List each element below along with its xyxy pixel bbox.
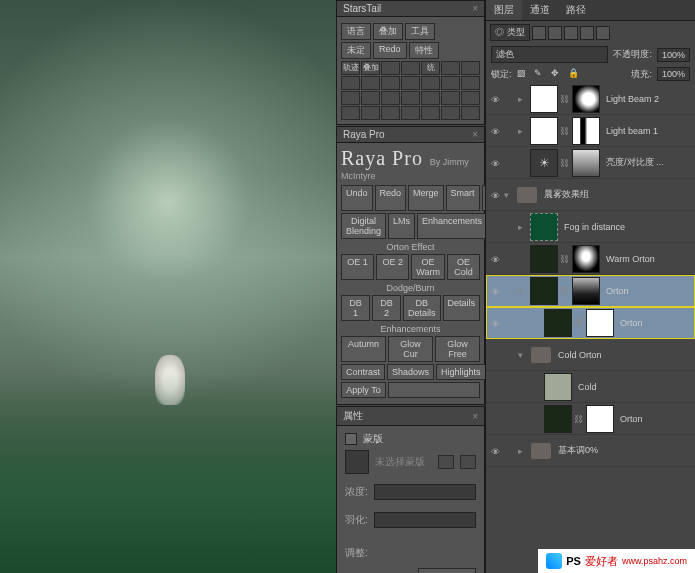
visibility-toggle[interactable] xyxy=(486,445,504,457)
layer-thumb[interactable] xyxy=(544,405,572,433)
grid-cell[interactable] xyxy=(401,91,420,105)
mask-thumb[interactable] xyxy=(572,85,600,113)
visibility-toggle[interactable] xyxy=(486,317,504,329)
grid-cell[interactable] xyxy=(361,91,380,105)
grid-cell[interactable] xyxy=(421,91,440,105)
tab[interactable]: 叠加 xyxy=(373,23,403,40)
mask-thumb[interactable] xyxy=(572,149,600,177)
grid-cell[interactable]: 统 xyxy=(421,61,440,75)
grid-cell[interactable] xyxy=(461,106,480,120)
dodge-button[interactable]: DB Details xyxy=(403,295,441,321)
layer-row[interactable]: ▾晨雾效果组 xyxy=(486,179,695,211)
raya-button[interactable]: Undo xyxy=(341,185,373,211)
enhance-button[interactable]: Autumn xyxy=(341,336,386,362)
link-icon[interactable]: ⛓ xyxy=(560,286,570,296)
layer-row[interactable]: ⛓Orton xyxy=(486,307,695,339)
layer-thumb[interactable] xyxy=(530,117,558,145)
blend-mode-select[interactable]: 滤色 xyxy=(491,46,608,63)
link-icon[interactable]: ⛓ xyxy=(574,318,584,328)
layer-thumb[interactable] xyxy=(544,373,572,401)
dodge-button[interactable]: DB 1 xyxy=(341,295,370,321)
layer-thumb[interactable] xyxy=(530,213,558,241)
tab-channels[interactable]: 通道 xyxy=(522,0,558,20)
filter-type-icon[interactable] xyxy=(564,26,578,40)
mask-thumb[interactable] xyxy=(586,309,614,337)
grid-cell[interactable] xyxy=(341,106,360,120)
layer-row[interactable]: ▸基本调0% xyxy=(486,435,695,467)
grid-cell[interactable] xyxy=(341,91,360,105)
layer-name[interactable]: Orton xyxy=(602,286,695,296)
layer-name[interactable]: Cold xyxy=(574,382,695,392)
layer-row[interactable]: ▾Cold Orton xyxy=(486,339,695,371)
disclosure-arrow[interactable]: ▸ xyxy=(518,126,528,136)
raya-mode-button[interactable]: LMs xyxy=(388,213,415,239)
layer-name[interactable]: Light Beam 2 xyxy=(602,94,695,104)
enhance-button[interactable]: Contrast xyxy=(341,364,385,380)
disclosure-arrow[interactable]: ▾ xyxy=(518,286,528,296)
tab-layers[interactable]: 图层 xyxy=(486,0,522,20)
layer-name[interactable]: Cold Orton xyxy=(554,350,695,360)
mask-thumb[interactable] xyxy=(586,405,614,433)
layer-row[interactable]: ⛓Orton xyxy=(486,403,695,435)
grid-cell[interactable] xyxy=(361,76,380,90)
opacity-value[interactable]: 100% xyxy=(657,48,690,62)
grid-cell[interactable] xyxy=(381,91,400,105)
layer-row[interactable]: ▸Fog in distance xyxy=(486,211,695,243)
layer-row[interactable]: ⛓Warm Orton xyxy=(486,243,695,275)
raya-button[interactable]: Redo xyxy=(375,185,407,211)
layer-thumb[interactable] xyxy=(530,245,558,273)
link-icon[interactable]: ⛓ xyxy=(560,94,570,104)
mask-thumb[interactable] xyxy=(572,245,600,273)
grid-cell[interactable] xyxy=(401,76,420,90)
visibility-toggle[interactable] xyxy=(486,125,504,137)
layer-name[interactable]: Fog in distance xyxy=(560,222,695,232)
enhance-button[interactable]: Glow Free xyxy=(435,336,480,362)
grid-cell[interactable]: 轨迹 xyxy=(341,61,360,75)
link-icon[interactable]: ⛓ xyxy=(560,254,570,264)
mask-thumb[interactable] xyxy=(572,277,600,305)
grid-cell[interactable] xyxy=(461,91,480,105)
link-icon[interactable]: ⛓ xyxy=(560,126,570,136)
link-icon[interactable]: ⛓ xyxy=(560,158,570,168)
visibility-toggle[interactable] xyxy=(486,93,504,105)
vector-mask-icon[interactable] xyxy=(460,455,476,469)
close-icon[interactable]: × xyxy=(472,129,478,140)
visibility-toggle[interactable] xyxy=(486,253,504,265)
fill-value[interactable]: 100% xyxy=(657,67,690,81)
lock-trans-icon[interactable]: ▨ xyxy=(517,68,529,80)
enhance-button[interactable]: Highlights xyxy=(436,364,486,380)
feather-slider[interactable] xyxy=(374,512,476,528)
filter-smart-icon[interactable] xyxy=(596,26,610,40)
lock-pos-icon[interactable]: ✥ xyxy=(551,68,563,80)
lock-all-icon[interactable]: 🔒 xyxy=(568,68,580,80)
tab[interactable]: Redo xyxy=(373,42,407,59)
layer-thumb[interactable] xyxy=(530,149,558,177)
visibility-toggle[interactable] xyxy=(486,189,504,201)
disclosure-arrow[interactable]: ▸ xyxy=(518,446,528,456)
raya-mode-button[interactable]: Digital Blending xyxy=(341,213,386,239)
grid-cell[interactable] xyxy=(361,106,380,120)
grid-cell[interactable] xyxy=(401,106,420,120)
layer-thumb[interactable] xyxy=(544,309,572,337)
layer-name[interactable]: Warm Orton xyxy=(602,254,695,264)
grid-cell[interactable] xyxy=(441,61,460,75)
disclosure-arrow[interactable]: ▾ xyxy=(504,190,514,200)
layer-name[interactable]: 晨雾效果组 xyxy=(540,188,695,201)
disclosure-arrow[interactable]: ▸ xyxy=(518,94,528,104)
apply-target[interactable] xyxy=(388,382,480,398)
layer-row[interactable]: Cold xyxy=(486,371,695,403)
grid-cell[interactable]: 叠加 xyxy=(361,61,380,75)
grid-cell[interactable] xyxy=(401,61,420,75)
link-icon[interactable]: ⛓ xyxy=(574,414,584,424)
tab[interactable]: 语言 xyxy=(341,23,371,40)
grid-cell[interactable] xyxy=(421,106,440,120)
grid-cell[interactable] xyxy=(441,106,460,120)
mask-thumb[interactable] xyxy=(572,117,600,145)
disclosure-arrow[interactable]: ▾ xyxy=(518,350,528,360)
tab-paths[interactable]: 路径 xyxy=(558,0,594,20)
layer-thumb[interactable] xyxy=(530,85,558,113)
layer-name[interactable]: Light beam 1 xyxy=(602,126,695,136)
layer-row[interactable]: ⛓亮度/对比度 ... xyxy=(486,147,695,179)
filter-kind[interactable]: ◎ 类型 xyxy=(490,24,530,41)
grid-cell[interactable] xyxy=(381,106,400,120)
